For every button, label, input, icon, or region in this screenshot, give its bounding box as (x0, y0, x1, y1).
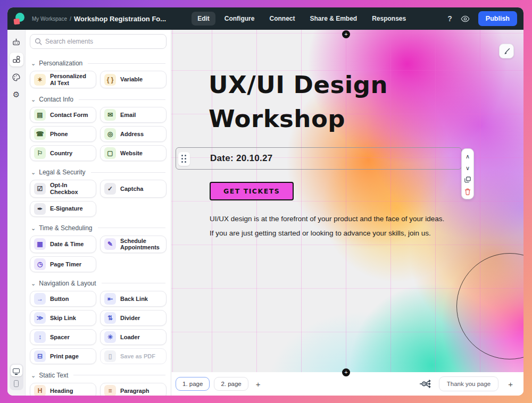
page-bar-right: Thank you page + (419, 376, 516, 391)
element-card-opt-in-checkbox[interactable]: ☑ Opt-In Checkbox (30, 180, 96, 197)
section-header[interactable]: ⌄ Time & Scheduling (30, 220, 167, 236)
element-card-page-timer[interactable]: ◷ Page Timer (30, 256, 96, 272)
move-down-icon[interactable]: ∨ (462, 162, 473, 174)
element-card-address[interactable]: ◎ Address (100, 126, 167, 142)
logic-flow-icon[interactable] (419, 379, 433, 389)
paragraph-icon: ≡ (104, 385, 116, 396)
get-tickets-button[interactable]: GET TICKETS (210, 182, 294, 200)
mobile-view-icon[interactable] (11, 377, 22, 389)
topbar-tab-connect[interactable]: Connect (263, 12, 301, 26)
section-cards: → Button ⇤ Back Link ≫ Skip Link ⇅ Divid… (30, 291, 167, 364)
element-card-label: Paragraph (120, 388, 149, 394)
form-canvas[interactable]: + UX/UI Design Workshop Date: 20.10.27 ∧ (171, 30, 523, 372)
topbar-tab-share-embed[interactable]: Share & Embed (304, 12, 363, 26)
page-tab-2-page[interactable]: 2. page (214, 377, 248, 391)
section-header[interactable]: ⌄ Contact Info (30, 91, 167, 107)
workarea: + UX/UI Design Workshop Date: 20.10.27 ∧ (171, 30, 523, 396)
section-title: Personalization (39, 60, 82, 67)
element-card-paragraph[interactable]: ≡ Paragraph (100, 383, 167, 396)
add-page-button[interactable]: + (253, 379, 264, 390)
search-box (30, 34, 167, 49)
section-title: Time & Scheduling (39, 224, 92, 232)
preview-eye-icon[interactable] (461, 15, 470, 22)
selected-date-element[interactable]: Date: 20.10.27 (176, 147, 462, 170)
settings-gear-icon[interactable]: ⚙ (10, 88, 23, 102)
add-thank-you-page-button[interactable]: + (505, 379, 516, 390)
element-card-website[interactable]: ▢ Website (100, 145, 167, 161)
element-card-country[interactable]: ⚐ Country (30, 145, 96, 161)
section-header[interactable]: ⌄ Personalization (30, 55, 167, 71)
delete-trash-icon[interactable] (462, 186, 473, 197)
page-tab-1-page[interactable]: 1. page (176, 377, 210, 391)
app-logo-icon[interactable] (14, 13, 26, 24)
element-card-heading[interactable]: H Heading (30, 383, 96, 396)
browser-gradient-frame: My Workspace / Workshop Registration Fo.… (0, 0, 532, 403)
element-card-label: Personalized AI Text (50, 73, 92, 86)
search-input[interactable] (30, 34, 167, 49)
section-header[interactable]: ⌄ Navigation & Layout (30, 275, 167, 291)
element-card-phone[interactable]: ☎ Phone (30, 126, 96, 142)
topbar-tab-edit[interactable]: Edit (192, 12, 215, 26)
element-card-label: Contact Form (50, 112, 88, 119)
add-element-top-button[interactable]: + (342, 30, 350, 38)
element-card-personalized-ai-text[interactable]: ✶ Personalized AI Text (30, 71, 96, 88)
element-card-contact-form[interactable]: ▤ Contact Form (30, 107, 96, 123)
breadcrumb: My Workspace / Workshop Registration Fo.… (32, 15, 166, 23)
section-cards: ✶ Personalized AI Text { } Variable (30, 71, 167, 88)
breadcrumb-separator: / (70, 15, 71, 22)
sidebar-section-time-scheduling: ⌄ Time & Scheduling ▦ Date & Time ✎ Sche… (30, 220, 167, 272)
ai-assistant-icon[interactable] (10, 35, 23, 49)
move-up-icon[interactable]: ∧ (462, 150, 473, 162)
element-card-label: Heading (50, 388, 73, 394)
element-card-label: Email (120, 112, 136, 119)
element-card-print-page[interactable]: ⊟ Print page (30, 348, 96, 364)
checkbox-icon: ☑ (34, 183, 46, 195)
element-card-label: Captcha (120, 186, 143, 192)
element-card-label: Website (120, 150, 143, 157)
element-card-captcha[interactable]: ✓ Captcha (100, 180, 167, 197)
section-header[interactable]: ⌄ Static Text (30, 367, 167, 383)
element-card-date-time[interactable]: ▦ Date & Time (30, 236, 96, 253)
contact-card-icon: ▤ (34, 109, 46, 121)
drag-handle[interactable] (178, 152, 190, 166)
sidebar-section-navigation-layout: ⌄ Navigation & Layout → Button ⇤ Back Li… (30, 275, 167, 364)
element-card-label: Country (50, 150, 72, 157)
element-card-spacer[interactable]: ↕ Spacer (30, 329, 96, 345)
publish-button[interactable]: Publish (478, 11, 517, 26)
paragraph-line-1: UI/UX design is at the forefront of your… (210, 212, 444, 226)
element-card-schedule-appointments[interactable]: ✎ Schedule Appointments (100, 236, 167, 253)
element-card-variable[interactable]: { } Variable (100, 71, 167, 88)
topbar-tab-responses[interactable]: Responses (366, 12, 412, 26)
topbar-tab-configure[interactable]: Configure (219, 12, 261, 26)
topbar-right: ? Publish (447, 11, 517, 26)
section-title: Static Text (39, 372, 68, 379)
date-text[interactable]: Date: 20.10.27 (210, 153, 273, 164)
sidebar-section-personalization: ⌄ Personalization ✶ Personalized AI Text… (30, 55, 167, 88)
workshop-heading[interactable]: UX/UI Design Workshop (209, 68, 388, 137)
design-palette-icon[interactable] (10, 70, 23, 84)
add-element-bottom-button[interactable]: + (342, 368, 350, 376)
thank-you-page-button[interactable]: Thank you page (439, 376, 498, 391)
project-title[interactable]: Workshop Registration Fo... (74, 15, 166, 23)
element-card-button[interactable]: → Button (30, 291, 96, 307)
device-toggle (10, 364, 23, 390)
desktop-view-icon[interactable] (11, 365, 22, 376)
section-title: Navigation & Layout (39, 280, 96, 287)
edit-design-brush-icon[interactable] (499, 44, 514, 58)
element-card-divider[interactable]: ⇅ Divider (100, 310, 167, 326)
element-card-e-signature[interactable]: ✒ E-Signature (30, 201, 96, 217)
search-icon (35, 38, 42, 45)
breadcrumb-workspace[interactable]: My Workspace (32, 16, 67, 22)
element-card-back-link[interactable]: ⇤ Back Link (100, 291, 167, 307)
description-paragraph[interactable]: UI/UX design is at the forefront of your… (210, 212, 444, 240)
element-card-label: Skip Link (50, 315, 76, 322)
element-card-email[interactable]: ✉ Email (100, 107, 167, 123)
element-card-loader[interactable]: ✳ Loader (100, 329, 167, 345)
element-card-skip-link[interactable]: ≫ Skip Link (30, 310, 96, 326)
help-icon[interactable]: ? (447, 14, 452, 23)
section-header[interactable]: ⌄ Legal & Security (30, 164, 167, 180)
elements-panel-icon[interactable] (10, 53, 23, 66)
printer-icon: ⊟ (34, 350, 46, 362)
duplicate-icon[interactable] (462, 174, 473, 186)
location-pin-icon: ◎ (104, 128, 116, 140)
